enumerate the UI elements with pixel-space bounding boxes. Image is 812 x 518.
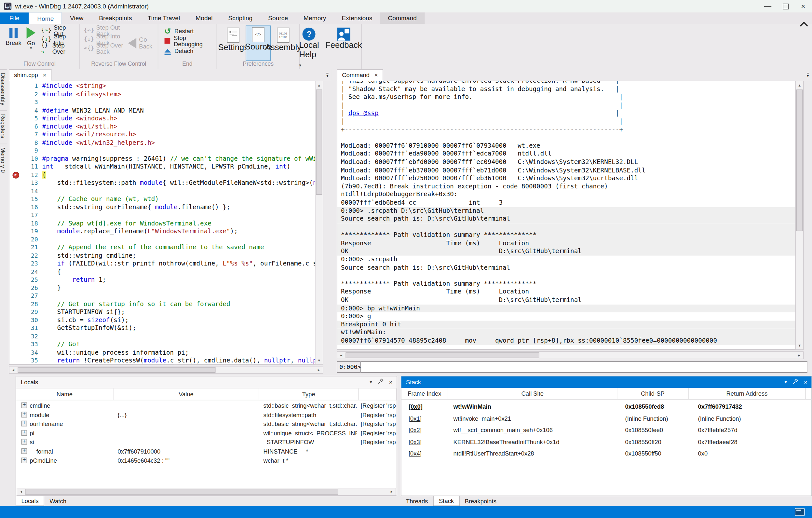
- pane-menu-icon[interactable]: ▾: [807, 73, 809, 77]
- close-icon[interactable]: ×: [389, 379, 392, 384]
- assembly-button[interactable]: 0110110101 Assembly: [271, 26, 295, 60]
- expand-icon[interactable]: +: [22, 430, 27, 436]
- scrollbar-thumb[interactable]: [25, 489, 338, 495]
- side-tab-disassembly[interactable]: Disassembly: [0, 69, 7, 109]
- scroll-right-icon[interactable]: ▸: [388, 489, 396, 494]
- expand-icon[interactable]: +: [22, 412, 27, 418]
- locals-row[interactable]: +pCmdLine0x1465e604c32 : ""wchar_t *: [16, 458, 397, 467]
- local-help-button[interactable]: ? Local Help ▾: [299, 26, 319, 69]
- expand-icon[interactable]: +: [22, 449, 27, 454]
- column-header[interactable]: Type: [259, 388, 359, 400]
- scroll-left-icon[interactable]: ◂: [337, 353, 345, 357]
- tab-shim-cpp[interactable]: shim.cpp ×: [9, 69, 51, 81]
- locals-row[interactable]: +si_STARTUPINFOW[Register 'rsp: [16, 439, 397, 448]
- line-number[interactable]: 16: [9, 203, 38, 211]
- command-link-dps-ssp[interactable]: dps @ssp: [348, 110, 378, 117]
- line-number[interactable]: 22: [9, 252, 38, 260]
- column-header[interactable]: Name: [16, 388, 114, 400]
- line-number[interactable]: 31: [9, 324, 38, 333]
- scrollbar-thumb[interactable]: [18, 367, 215, 373]
- stack-frame-row[interactable]: [0x3]KERNEL32!BaseThreadInitThunk+0x1d0x…: [401, 439, 812, 450]
- line-number[interactable]: 6: [9, 123, 38, 131]
- locals-row[interactable]: +ourFilenamestd::basic_string<wchar_t,st…: [16, 421, 397, 430]
- line-number[interactable]: 23: [9, 260, 38, 268]
- chevron-down-icon[interactable]: ▾: [370, 379, 372, 384]
- line-number[interactable]: 28: [9, 300, 38, 308]
- column-header[interactable]: Call Site: [448, 388, 617, 399]
- line-number[interactable]: 14: [9, 187, 38, 195]
- tab-stack[interactable]: Stack: [433, 496, 460, 506]
- column-header[interactable]: [358, 388, 397, 400]
- detach-button[interactable]: Detach: [163, 46, 213, 56]
- line-number[interactable]: 35: [9, 356, 38, 365]
- menu-tab-source[interactable]: Source: [260, 12, 296, 24]
- close-icon[interactable]: ×: [42, 71, 46, 79]
- line-number[interactable]: 8: [9, 139, 38, 147]
- close-icon[interactable]: ×: [804, 379, 807, 384]
- locals-row[interactable]: +piwil::unique_struct<_PROCESS_INF...[Re…: [16, 430, 397, 439]
- stack-frame-row[interactable]: [0x1]wt!invoke_main+0x21(Inline Function…: [401, 415, 812, 427]
- tab-locals[interactable]: Locals: [16, 496, 44, 506]
- line-number[interactable]: 3: [9, 98, 38, 106]
- target-window-icon[interactable]: [795, 508, 805, 516]
- feedback-button[interactable]: Feedback: [325, 26, 362, 69]
- line-number[interactable]: 13: [9, 179, 38, 187]
- line-number[interactable]: 5: [9, 115, 38, 123]
- menu-tab-command[interactable]: Command: [380, 12, 425, 24]
- line-number[interactable]: 25: [9, 276, 38, 284]
- menu-tab-model[interactable]: Model: [188, 12, 220, 24]
- locals-row[interactable]: +cmdlinestd::basic_string<wchar_t,std::c…: [16, 402, 397, 412]
- stack-frame-row[interactable]: [0x4]ntdll!RtlUserThreadStart+0x280x1085…: [401, 450, 812, 462]
- scrollbar-thumb[interactable]: [346, 352, 539, 358]
- menu-tab-breakpoints[interactable]: Breakpoints: [91, 12, 140, 24]
- minimize-button[interactable]: [759, 0, 777, 12]
- stop-debugging-button[interactable]: Stop Debugging: [163, 36, 213, 46]
- frame-index-link[interactable]: [0x4]: [409, 450, 445, 457]
- line-number[interactable]: 34: [9, 348, 38, 356]
- close-button[interactable]: ×: [794, 0, 812, 12]
- frame-index-link[interactable]: [0x2]: [409, 427, 445, 433]
- restore-button[interactable]: [777, 0, 794, 12]
- scrollbar-thumb[interactable]: [316, 89, 322, 195]
- side-tab-memory-0[interactable]: Memory 0: [0, 143, 7, 176]
- line-number[interactable]: 9: [9, 147, 38, 155]
- line-number[interactable]: 20: [9, 236, 38, 244]
- column-header[interactable]: Value: [114, 388, 259, 400]
- stack-frame-row[interactable]: [0x0]wt!wWinMain0x108550fed80x7ff6079174…: [401, 403, 812, 415]
- line-number[interactable]: 7: [9, 131, 38, 139]
- pin-icon[interactable]: [377, 378, 383, 385]
- step-over-back-button[interactable]: ↶{}Step Over Back: [84, 44, 124, 52]
- chevron-down-icon[interactable]: ▾: [784, 379, 787, 384]
- break-button[interactable]: Break: [6, 26, 22, 60]
- line-number[interactable]: 21: [9, 244, 38, 252]
- line-number[interactable]: 15: [9, 195, 38, 203]
- code-editor[interactable]: 1#include <string>2#include <filesystem>…: [9, 81, 323, 365]
- source-horizontal-scrollbar[interactable]: ◂ ▸: [9, 366, 323, 374]
- locals-horizontal-scrollbar[interactable]: ◂ ▸: [17, 488, 396, 495]
- tab-threads[interactable]: Threads: [401, 496, 433, 506]
- command-input[interactable]: [361, 361, 807, 373]
- line-number[interactable]: 10: [9, 155, 38, 163]
- settings-button[interactable]: Settings: [221, 26, 245, 60]
- command-horizontal-scrollbar[interactable]: ◂ ▸: [337, 351, 804, 359]
- line-number[interactable]: 19: [9, 227, 38, 236]
- step-over-button[interactable]: {}↷Step Over: [41, 44, 76, 52]
- line-number[interactable]: 4: [9, 106, 38, 115]
- frame-index-link[interactable]: [0x0]: [409, 403, 445, 410]
- expand-icon[interactable]: +: [22, 458, 27, 463]
- pane-splitter[interactable]: [331, 69, 337, 376]
- line-number[interactable]: 18: [9, 219, 38, 227]
- line-number[interactable]: 2: [9, 90, 38, 98]
- scroll-left-icon[interactable]: ◂: [9, 368, 17, 372]
- locals-row[interactable]: +module{...}std::filesystem::path[Regist…: [16, 412, 397, 421]
- command-vertical-scrollbar[interactable]: ▴ ▾: [795, 81, 804, 350]
- frame-index-link[interactable]: [0x3]: [409, 439, 445, 445]
- line-number[interactable]: 12: [9, 171, 38, 179]
- column-header[interactable]: Return Address: [689, 388, 806, 399]
- scroll-right-icon[interactable]: ▸: [315, 368, 323, 372]
- source-vertical-scrollbar[interactable]: ▴ ▾: [315, 81, 323, 365]
- scroll-down-icon[interactable]: ▾: [796, 342, 803, 349]
- command-output[interactable]: | This target supports Hardware-enforced…: [337, 81, 804, 350]
- pin-icon[interactable]: [792, 378, 798, 385]
- pane-menu-icon[interactable]: ▾: [326, 73, 328, 77]
